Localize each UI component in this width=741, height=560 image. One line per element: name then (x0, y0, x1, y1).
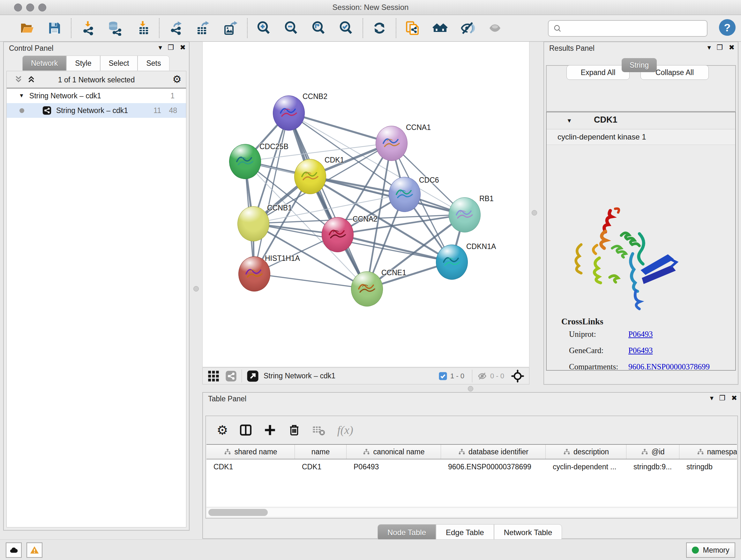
open-session-icon[interactable] (19, 20, 36, 37)
hidden-eye-icon[interactable] (477, 371, 488, 381)
refresh-icon[interactable] (371, 20, 388, 37)
delete-table-icon[interactable] (312, 423, 325, 437)
zoom-selected-icon[interactable] (338, 20, 354, 37)
panel-float-icon[interactable]: ❐ (719, 394, 726, 402)
protein-ribbon-thumbnail-icon (455, 206, 475, 224)
application-window: Session: New Session ? Control Panel ▾ ❐… (0, 0, 741, 560)
crosslink-link[interactable]: 9606.ENSP00000378699 (628, 362, 710, 371)
left-splitter-handle[interactable] (193, 286, 199, 292)
table-settings-gear-icon[interactable]: ⚙ (217, 423, 228, 437)
crosslink-link[interactable]: P06493 (628, 330, 653, 339)
home-icon[interactable] (432, 20, 448, 37)
search-input[interactable] (565, 24, 707, 33)
network-selection-status: 1 of 1 Network selected (7, 76, 186, 84)
export-network-icon[interactable] (167, 20, 184, 37)
crosshair-icon[interactable] (511, 369, 525, 383)
network-view-canvas[interactable]: CCNB2 CCNA1 CDC25B CDK1 CDC6 RB1CCNB1 CC… (202, 42, 529, 367)
panel-close-icon[interactable]: ✖ (731, 394, 737, 402)
tab-edge-table[interactable]: Edge Table (436, 524, 494, 541)
right-splitter-handle[interactable] (532, 210, 537, 215)
eye-icon[interactable] (487, 20, 503, 37)
column-header-shared-name[interactable]: shared name (206, 445, 295, 459)
help-button[interactable]: ? (719, 19, 736, 36)
panel-collapse-icon[interactable]: ▾ (708, 44, 711, 52)
tab-network[interactable]: Network (22, 56, 66, 71)
crosslink-link[interactable]: P06493 (628, 346, 653, 355)
selected-checkbox-icon[interactable] (438, 371, 448, 381)
panel-collapse-icon[interactable]: ▾ (158, 44, 162, 52)
network-node-cdkn1a[interactable] (436, 245, 468, 280)
zoom-fit-icon[interactable] (311, 20, 327, 37)
toolbar-separator (396, 18, 396, 38)
network-node-ccna1[interactable] (376, 126, 408, 161)
column-header-name[interactable]: name (295, 445, 347, 459)
network-node-cdk1[interactable] (294, 159, 326, 194)
delete-column-trash-icon[interactable] (287, 423, 301, 437)
show-columns-icon[interactable] (239, 423, 253, 437)
gene-collapse-arrow-icon[interactable]: ▼ (566, 118, 572, 124)
column-attribute-icon (458, 448, 466, 455)
warning-icon (30, 545, 39, 555)
network-node-cdc25b[interactable] (229, 144, 261, 179)
results-panel-title: Results Panel (549, 44, 595, 53)
tab-style[interactable]: Style (66, 56, 100, 71)
warnings-button[interactable] (26, 543, 43, 558)
gear-icon[interactable]: ⚙ (172, 74, 182, 84)
network-manager: 1 of 1 Network selected ⚙ ▼ String Netwo… (6, 71, 186, 527)
status-bar: Memory (0, 539, 741, 560)
open-in-window-icon[interactable] (246, 370, 259, 382)
network-node-cdc6[interactable] (389, 177, 421, 212)
column-header-database-identifier[interactable]: database identifier (441, 445, 546, 459)
export-image-icon[interactable] (222, 20, 239, 37)
tab-string[interactable]: String (622, 58, 657, 72)
tab-node-table[interactable]: Node Table (378, 524, 436, 541)
import-table-icon[interactable] (134, 20, 151, 37)
node-label-ccnb1: CCNB1 (267, 204, 292, 212)
gene-symbol: CDK1 (594, 115, 617, 125)
tab-select[interactable]: Select (100, 56, 138, 71)
search-box[interactable] (548, 20, 708, 37)
network-node-ccna2[interactable] (322, 217, 354, 252)
zoom-out-icon[interactable] (283, 20, 300, 37)
network-collection-row[interactable]: ▼ String Network – cdk1 1 (7, 88, 186, 103)
network-node-rb1[interactable] (449, 197, 481, 233)
function-builder-icon[interactable]: f(x) (337, 423, 353, 437)
table-row[interactable]: CDK1CDK1P064939606.ENSP00000378699cyclin… (206, 459, 737, 474)
cloud-services-button[interactable] (6, 543, 22, 558)
import-network-database-icon[interactable] (107, 20, 124, 37)
toolbar-separator (247, 18, 248, 38)
grid-mode-icon[interactable] (207, 370, 220, 382)
panel-close-icon[interactable]: ✖ (180, 44, 186, 52)
expand-all-button[interactable]: Expand All (566, 65, 630, 80)
network-node-ccnb2[interactable] (273, 96, 305, 131)
network-node-ccne1[interactable] (351, 271, 383, 307)
bottom-splitter-handle[interactable] (468, 386, 473, 391)
panel-collapse-icon[interactable]: ▾ (710, 394, 714, 402)
import-network-file-icon[interactable] (79, 20, 96, 37)
create-column-plus-icon[interactable] (263, 423, 277, 437)
column-header-description[interactable]: description (546, 445, 626, 459)
panel-close-icon[interactable]: ✖ (729, 44, 735, 52)
protein-ribbon-thumbnail-icon (244, 265, 265, 283)
panel-float-icon[interactable]: ❐ (168, 44, 174, 52)
show-hide-graphics-icon[interactable] (459, 20, 476, 37)
network-row[interactable]: String Network – cdk1 11 48 (7, 103, 186, 118)
column-header-namespace[interactable]: namespace (679, 445, 737, 459)
zoom-in-icon[interactable] (256, 20, 272, 37)
tab-sets[interactable]: Sets (138, 56, 170, 71)
table-cell: CDK1 (206, 459, 295, 474)
panel-float-icon[interactable]: ❐ (717, 44, 723, 52)
toolbar-separator (159, 18, 159, 38)
column-header-canonical-name[interactable]: canonical name (347, 445, 441, 459)
tree-expand-arrow-icon[interactable]: ▼ (19, 92, 24, 99)
horizontal-scrollbar-thumb[interactable] (208, 509, 268, 516)
column-header-label: name (312, 448, 330, 456)
duplicate-network-icon[interactable] (404, 20, 421, 37)
save-session-icon[interactable] (46, 20, 63, 37)
column-header--id[interactable]: @id (626, 445, 679, 459)
network-badge-gray-icon[interactable] (225, 370, 237, 382)
memory-button[interactable]: Memory (686, 543, 735, 558)
network-node-ccnb1[interactable] (238, 206, 269, 241)
tab-network-table[interactable]: Network Table (494, 524, 562, 541)
export-table-icon[interactable] (195, 20, 212, 37)
